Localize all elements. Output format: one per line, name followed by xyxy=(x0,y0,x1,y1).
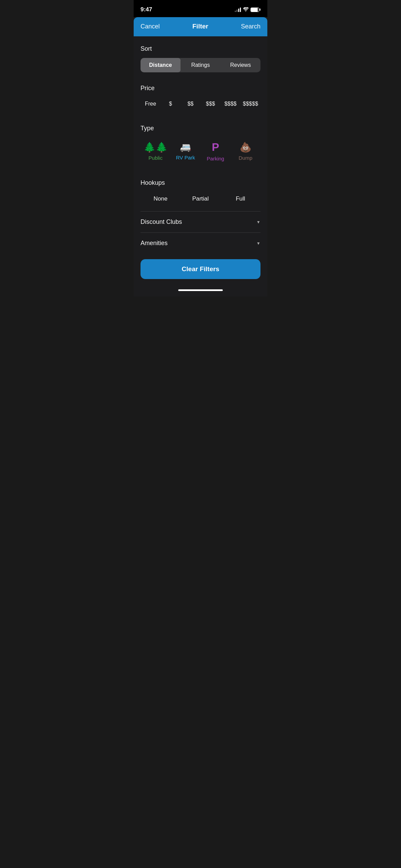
price-3[interactable]: $$$ xyxy=(200,101,220,107)
sort-label: Sort xyxy=(141,45,260,52)
status-time: 9:47 xyxy=(141,6,152,13)
price-row: Free $ $$ $$$ $$$$ $$$$$ xyxy=(141,97,260,112)
type-parking[interactable]: P Parking xyxy=(200,141,231,161)
amenities-chevron-icon: ▼ xyxy=(256,241,260,246)
clear-filters-button[interactable]: Clear Filters xyxy=(141,259,260,279)
price-2[interactable]: $$ xyxy=(181,101,200,107)
hookup-partial[interactable]: Partial xyxy=(181,195,221,202)
status-bar: 9:47 xyxy=(134,0,267,17)
parking-label: Parking xyxy=(207,156,224,161)
type-public[interactable]: 🌲🌲 Public xyxy=(141,142,171,161)
hookups-row: None Partial Full xyxy=(141,192,260,208)
sort-distance[interactable]: Distance xyxy=(141,58,181,72)
rv-label: RV Park xyxy=(176,155,195,160)
price-section: Price Free $ $$ $$$ $$$$ $$$$$ xyxy=(141,76,260,116)
clear-filters-wrap: Clear Filters xyxy=(134,254,267,286)
status-icons xyxy=(235,7,260,12)
filter-title: Filter xyxy=(192,23,208,30)
signal-icon xyxy=(235,7,241,12)
type-row: 🌲🌲 Public 🚐 RV Park P Parking 💩 Dump xyxy=(141,137,260,167)
hookups-label: Hookups xyxy=(141,179,260,186)
parking-icon: P xyxy=(212,141,219,154)
filter-content: Sort Distance Ratings Reviews Price Free… xyxy=(134,36,267,254)
discount-chevron-icon: ▼ xyxy=(256,220,260,225)
sort-segment: Distance Ratings Reviews xyxy=(141,58,260,72)
cancel-button[interactable]: Cancel xyxy=(141,23,160,30)
amenities-row[interactable]: Amenities ▼ xyxy=(141,232,260,254)
wifi-icon xyxy=(243,7,248,12)
hookups-section: Hookups None Partial Full xyxy=(141,170,260,211)
type-rv-park[interactable]: 🚐 RV Park xyxy=(171,142,201,160)
type-label: Type xyxy=(141,125,260,132)
public-icon: 🌲🌲 xyxy=(144,142,168,153)
sort-reviews[interactable]: Reviews xyxy=(220,58,260,72)
price-free[interactable]: Free xyxy=(141,101,160,107)
rv-icon: 🚐 xyxy=(180,142,191,153)
battery-icon xyxy=(251,8,260,12)
hookup-none[interactable]: None xyxy=(141,195,181,202)
price-4[interactable]: $$$$ xyxy=(220,101,240,107)
sort-ratings[interactable]: Ratings xyxy=(181,58,221,72)
type-dump[interactable]: 💩 Dump xyxy=(231,142,261,161)
price-5[interactable]: $$$$$ xyxy=(241,101,260,107)
discount-clubs-label: Discount Clubs xyxy=(141,218,182,226)
price-label: Price xyxy=(141,85,260,92)
type-section: Type 🌲🌲 Public 🚐 RV Park P Parking 💩 Dum… xyxy=(141,116,260,170)
search-button[interactable]: Search xyxy=(241,23,260,30)
home-bar xyxy=(178,289,223,291)
public-label: Public xyxy=(148,155,162,161)
dump-icon: 💩 xyxy=(240,142,252,153)
hookup-full[interactable]: Full xyxy=(220,195,260,202)
discount-clubs-row[interactable]: Discount Clubs ▼ xyxy=(141,211,260,232)
home-indicator xyxy=(134,286,267,297)
amenities-label: Amenities xyxy=(141,240,168,247)
price-1[interactable]: $ xyxy=(160,101,180,107)
dump-label: Dump xyxy=(239,155,252,161)
nav-bar: Cancel Filter Search xyxy=(134,17,267,36)
sort-section: Sort Distance Ratings Reviews xyxy=(141,36,260,76)
